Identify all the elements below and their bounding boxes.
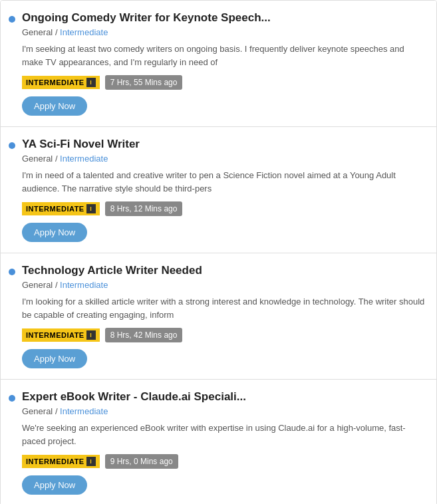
status-dot bbox=[9, 395, 15, 402]
job-title: YA Sci-Fi Novel Writer bbox=[22, 138, 426, 151]
apply-now-button[interactable]: Apply Now bbox=[22, 349, 87, 368]
job-description: I'm seeking at least two comedy writers … bbox=[22, 43, 426, 68]
badge-label: INTERMEDIATE bbox=[26, 205, 84, 213]
job-category: General bbox=[22, 280, 53, 290]
time-badge: 7 Hrs, 55 Mins ago bbox=[105, 75, 183, 90]
time-badge: 9 Hrs, 0 Mins ago bbox=[105, 454, 178, 469]
intermediate-badge: INTERMEDIATE i bbox=[22, 202, 100, 215]
job-level-link[interactable]: Intermediate bbox=[60, 27, 108, 37]
badge-label: INTERMEDIATE bbox=[26, 457, 84, 465]
intermediate-badge: INTERMEDIATE i bbox=[22, 328, 100, 342]
status-dot bbox=[9, 269, 15, 275]
job-description: I'm looking for a skilled article writer… bbox=[22, 295, 426, 321]
job-meta: General / Intermediate bbox=[22, 406, 426, 416]
job-content: YA Sci-Fi Novel Writer General / Interme… bbox=[22, 138, 426, 242]
apply-now-button[interactable]: Apply Now bbox=[22, 223, 87, 242]
intermediate-badge: INTERMEDIATE i bbox=[22, 76, 100, 89]
job-title: Expert eBook Writer - Claude.ai Speciali… bbox=[22, 390, 426, 404]
job-card: Expert eBook Writer - Claude.ai Speciali… bbox=[1, 380, 436, 504]
apply-now-button[interactable]: Apply Now bbox=[22, 96, 87, 116]
status-dot-col bbox=[9, 138, 15, 242]
job-footer: INTERMEDIATE i 9 Hrs, 0 Mins ago bbox=[22, 454, 426, 469]
time-badge: 8 Hrs, 12 Mins ago bbox=[105, 201, 183, 216]
badge-label: INTERMEDIATE bbox=[26, 331, 84, 339]
badge-icon: i bbox=[86, 204, 96, 213]
status-dot-col bbox=[9, 390, 15, 495]
job-content: Expert eBook Writer - Claude.ai Speciali… bbox=[22, 390, 426, 495]
job-level-link[interactable]: Intermediate bbox=[60, 406, 108, 416]
job-title: Ongoing Comedy Writer for Keynote Speech… bbox=[22, 11, 426, 25]
badge-icon: i bbox=[86, 78, 96, 87]
job-category: General bbox=[22, 406, 53, 416]
job-category: General bbox=[22, 27, 53, 37]
intermediate-badge: INTERMEDIATE i bbox=[22, 455, 100, 468]
job-description: We're seeking an experienced eBook write… bbox=[22, 422, 426, 447]
job-content: Ongoing Comedy Writer for Keynote Speech… bbox=[22, 11, 426, 116]
job-card: YA Sci-Fi Novel Writer General / Interme… bbox=[1, 127, 436, 253]
job-level-link[interactable]: Intermediate bbox=[60, 154, 108, 164]
job-level-link[interactable]: Intermediate bbox=[60, 280, 108, 290]
job-meta: General / Intermediate bbox=[22, 27, 426, 37]
job-category: General bbox=[22, 154, 53, 164]
job-footer: INTERMEDIATE i 7 Hrs, 55 Mins ago bbox=[22, 75, 426, 90]
apply-now-button[interactable]: Apply Now bbox=[22, 475, 87, 495]
job-content: Technology Article Writer Needed General… bbox=[22, 264, 426, 368]
status-dot bbox=[9, 142, 15, 149]
status-dot-col bbox=[9, 11, 15, 116]
status-dot-col bbox=[9, 264, 15, 368]
badge-label: INTERMEDIATE bbox=[26, 78, 84, 86]
job-card: Technology Article Writer Needed General… bbox=[1, 253, 436, 380]
job-footer: INTERMEDIATE i 8 Hrs, 12 Mins ago bbox=[22, 201, 426, 216]
job-meta: General / Intermediate bbox=[22, 280, 426, 290]
job-card: Ongoing Comedy Writer for Keynote Speech… bbox=[1, 1, 436, 127]
job-title: Technology Article Writer Needed bbox=[22, 264, 426, 277]
time-badge: 8 Hrs, 42 Mins ago bbox=[105, 328, 183, 342]
badge-icon: i bbox=[86, 457, 96, 466]
job-footer: INTERMEDIATE i 8 Hrs, 42 Mins ago bbox=[22, 328, 426, 342]
job-description: I'm in need of a talented and creative w… bbox=[22, 169, 426, 195]
badge-icon: i bbox=[86, 330, 96, 340]
job-meta: General / Intermediate bbox=[22, 154, 426, 164]
job-list: Ongoing Comedy Writer for Keynote Speech… bbox=[0, 0, 437, 504]
status-dot bbox=[9, 16, 15, 23]
